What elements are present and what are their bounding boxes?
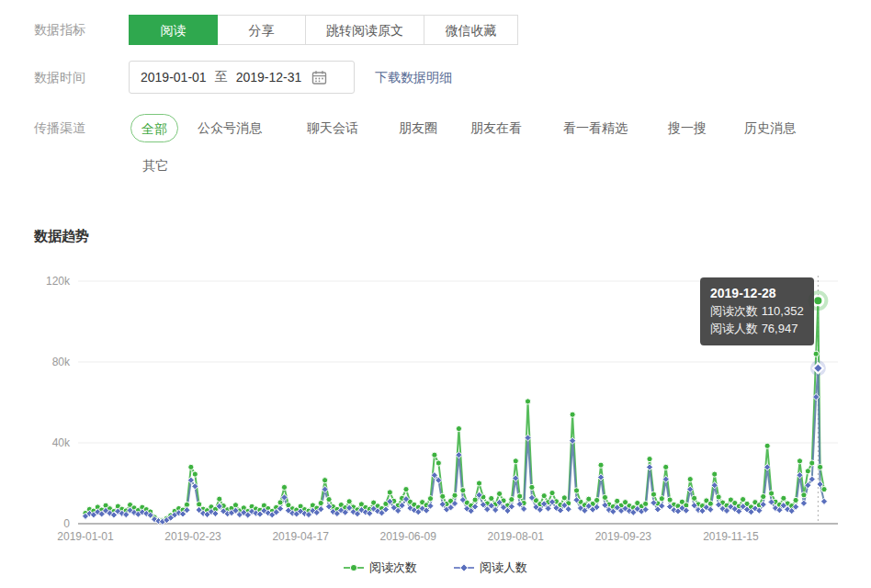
metric-tab-group: 阅读 分享 跳转阅读原文 微信收藏 (129, 15, 518, 45)
tab-share[interactable]: 分享 (217, 15, 306, 45)
highlight-point-reads (813, 296, 822, 305)
trend-chart-svg[interactable]: 040k80k120k2019-01-012019-02-232019-04-1… (0, 257, 871, 560)
chart-legend: 阅读次数 阅读人数 (0, 560, 871, 576)
legend-diamond-icon (454, 563, 474, 572)
x-tick-label: 2019-08-01 (488, 530, 545, 543)
legend-item-readers[interactable]: 阅读人数 (454, 560, 527, 576)
tab-wechat-favorite[interactable]: 微信收藏 (424, 15, 518, 45)
x-tick-label: 2019-06-09 (380, 530, 437, 543)
calendar-icon[interactable] (311, 70, 327, 85)
trend-chart[interactable]: 040k80k120k2019-01-012019-02-232019-04-1… (0, 257, 871, 560)
x-tick-label: 2019-11-15 (703, 530, 759, 543)
channel-all[interactable]: 全部 (130, 114, 178, 142)
x-tick-label: 2019-01-01 (57, 530, 114, 543)
x-tick-label: 2019-04-17 (272, 530, 329, 543)
y-tick-label: 40k (52, 436, 71, 449)
x-tick-label: 2019-09-23 (595, 530, 652, 543)
legend-circle-icon (344, 563, 364, 572)
date-end-value: 2019-12-31 (236, 70, 302, 85)
channel-official-account[interactable]: 公众号消息 (198, 119, 262, 137)
time-row-label: 数据时间 (34, 70, 85, 86)
metric-row-label: 数据指标 (34, 22, 85, 39)
download-data-link[interactable]: 下载数据明细 (375, 70, 452, 86)
tab-read[interactable]: 阅读 (129, 15, 218, 45)
date-separator: 至 (215, 69, 228, 85)
date-start-value: 2019-01-01 (141, 70, 207, 85)
date-range-picker[interactable]: 2019-01-01 至 2019-12-31 (129, 61, 355, 94)
channel-top-stories[interactable]: 看一看精选 (563, 119, 628, 137)
y-tick-label: 120k (46, 275, 71, 288)
y-tick-label: 80k (52, 356, 71, 368)
trend-section-title: 数据趋势 (34, 228, 89, 245)
channel-search[interactable]: 搜一搜 (668, 119, 707, 137)
channel-history[interactable]: 历史消息 (744, 119, 796, 137)
x-tick-label: 2019-02-23 (164, 530, 221, 543)
channel-moments[interactable]: 朋友圈 (399, 119, 437, 137)
channel-friends-reading[interactable]: 朋友在看 (470, 119, 522, 137)
channel-chat[interactable]: 聊天会话 (307, 119, 358, 137)
tab-jump-original[interactable]: 跳转阅读原文 (305, 15, 424, 45)
y-tick-label: 0 (63, 517, 70, 530)
channel-other[interactable]: 其它 (142, 156, 168, 175)
channel-filter-group: 全部 公众号消息 聊天会话 朋友圈 朋友在看 看一看精选 搜一搜 历史消息 其它 (0, 108, 871, 186)
legend-item-reads[interactable]: 阅读次数 (344, 560, 417, 576)
